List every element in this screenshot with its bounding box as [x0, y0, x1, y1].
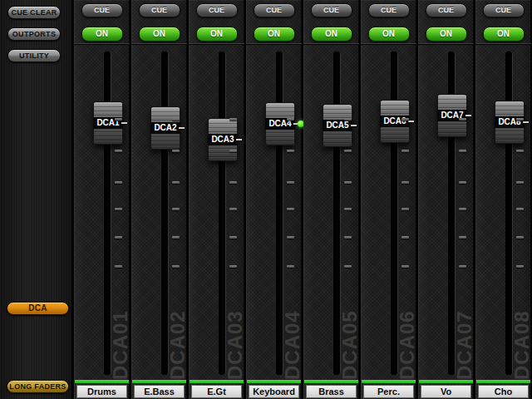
fader-bank: CUE ON DCA01 DCA1 Drums CUE ON DCA02 DCA… — [74, 0, 531, 399]
fader-track[interactable] — [333, 52, 340, 375]
fader-scale-tick — [229, 181, 237, 184]
fader-scale-tick — [344, 208, 352, 210]
fader-scale-tick — [344, 118, 352, 121]
channel-name-plate: E.Bass — [134, 385, 185, 398]
fader-knob[interactable]: DCA4 — [265, 102, 295, 145]
cue-button[interactable]: CUE — [426, 3, 467, 17]
fader-scale-tick — [287, 150, 294, 152]
fader-scale-tick — [516, 208, 524, 210]
utility-button[interactable]: UTILITY — [7, 49, 61, 62]
fader-scale-tick — [459, 118, 466, 121]
strip-divider — [131, 43, 187, 44]
channel-name-plate: Drums — [76, 385, 127, 398]
fader-scale-tick — [459, 150, 466, 152]
long-faders-button[interactable]: LONG FADERS — [7, 380, 69, 393]
fader-scale-tick — [287, 181, 294, 184]
channel-name-plate: Keyboard — [249, 385, 299, 398]
fader-scale-tick — [401, 265, 409, 268]
fader-scale-tick — [229, 208, 237, 210]
channel-color-bar — [476, 380, 530, 383]
fader-track[interactable] — [104, 52, 111, 375]
on-button[interactable]: ON — [81, 27, 123, 42]
channel-strip: CUE ON DCA03 DCA3 E.Gt — [189, 0, 244, 399]
cue-button[interactable]: CUE — [483, 3, 525, 17]
fader-scale-tick — [115, 118, 122, 121]
fader-scale-tick — [459, 181, 466, 184]
fader-scale-tick — [516, 181, 524, 184]
fader-scale-tick — [115, 181, 122, 184]
cue-button[interactable]: CUE — [196, 3, 238, 17]
fader-scale-tick — [229, 265, 237, 268]
cue-button[interactable]: CUE — [139, 3, 180, 17]
on-button[interactable]: ON — [483, 27, 525, 42]
channel-color-bar — [247, 380, 301, 383]
fader-scale-tick — [401, 118, 409, 121]
on-button[interactable]: ON — [254, 27, 295, 42]
fader-scale-tick — [115, 265, 122, 268]
channel-strip: CUE ON DCA02 DCA2 E.Bass — [131, 0, 187, 399]
on-button[interactable]: ON — [196, 27, 238, 42]
fader-knob-label: DCA5 — [323, 120, 352, 131]
on-button[interactable]: ON — [311, 27, 352, 42]
fader-knob[interactable]: DCA7 — [437, 94, 467, 137]
channel-code-label: DCA08 — [513, 272, 531, 380]
fader-knob[interactable]: DCA3 — [208, 118, 238, 161]
on-button[interactable]: ON — [426, 27, 467, 42]
cue-button[interactable]: CUE — [254, 3, 295, 17]
fader-pointer-icon — [179, 127, 185, 129]
fader-track[interactable] — [161, 52, 168, 375]
channel-strip: CUE ON DCA08 DCA8 Cho — [475, 0, 531, 399]
fader-scale-tick — [344, 181, 352, 184]
channel-code-label: DCA06 — [398, 272, 416, 380]
strip-divider — [303, 43, 359, 44]
channel-code-label: DCA03 — [226, 272, 244, 380]
fader-scale-tick — [401, 181, 409, 184]
fader-scale-tick — [401, 208, 409, 210]
cue-clear-button[interactable]: CUE CLEAR — [7, 6, 61, 19]
fader-scale-tick — [172, 118, 180, 121]
fader-scale-tick — [516, 118, 524, 121]
fader-scale-tick — [516, 150, 524, 152]
strip-divider — [74, 43, 130, 44]
channel-code-label: DCA01 — [111, 272, 130, 380]
dca-mode-button[interactable]: DCA — [7, 302, 69, 315]
fader-pointer-icon — [466, 115, 471, 116]
channel-strip: CUE ON DCA01 DCA1 Drums — [74, 0, 130, 399]
fader-scale-tick — [516, 236, 524, 239]
fader-scale-tick — [401, 236, 409, 239]
on-button[interactable]: ON — [368, 27, 410, 42]
cue-button[interactable]: CUE — [81, 3, 123, 17]
strip-divider — [475, 43, 531, 44]
fader-track[interactable] — [276, 52, 283, 375]
fader-scale-tick — [287, 118, 294, 121]
fader-scale-tick — [172, 150, 180, 152]
fader-knob[interactable]: DCA8 — [495, 101, 525, 144]
fader-scale-tick — [115, 208, 122, 210]
fader-knob[interactable]: DCA5 — [323, 104, 352, 147]
on-button[interactable]: ON — [139, 27, 180, 42]
cue-button[interactable]: CUE — [311, 3, 352, 17]
fader-knob[interactable]: DCA1 — [93, 101, 123, 145]
fader-scale-tick — [344, 150, 352, 152]
channel-name-plate: Cho — [478, 385, 529, 398]
channel-strip: CUE ON DCA05 DCA5 Brass — [303, 0, 359, 399]
channel-strip: CUE ON DCA07 DCA7 Vo — [418, 0, 474, 399]
fader-scale-tick — [172, 208, 180, 210]
fader-knob[interactable]: DCA2 — [150, 106, 180, 150]
fader-track[interactable] — [219, 52, 225, 375]
channel-color-bar — [419, 380, 473, 383]
fader-scale-tick — [287, 265, 294, 268]
sidebar: CUE CLEAR OUTPORTS UTILITY DCA LONG FADE… — [0, 0, 72, 399]
fader-knob-label: DCA3 — [208, 134, 238, 145]
channel-code-label: DCA07 — [456, 272, 474, 380]
cue-button[interactable]: CUE — [368, 3, 410, 17]
fader-pointer-icon — [523, 121, 529, 123]
channel-code-label: DCA02 — [169, 272, 187, 380]
outports-button[interactable]: OUTPORTS — [7, 27, 61, 41]
mixer-dca-fader-view: CUE CLEAR OUTPORTS UTILITY DCA LONG FADE… — [0, 0, 532, 399]
channel-strip: CUE ON DCA04 DCA4 Keyboard — [246, 0, 302, 399]
fader-scale-tick — [459, 265, 466, 268]
channel-name-plate: E.Gt — [191, 385, 242, 398]
fader-knob[interactable]: DCA6 — [380, 100, 410, 143]
strip-divider — [361, 43, 416, 44]
